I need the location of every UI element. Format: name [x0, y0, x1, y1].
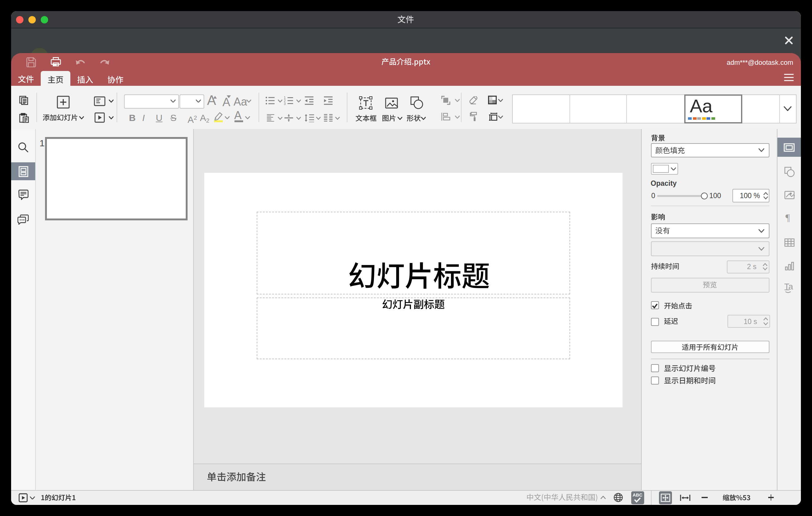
- svg-text:ABC: ABC: [632, 492, 642, 497]
- svg-text:3: 3: [284, 102, 286, 105]
